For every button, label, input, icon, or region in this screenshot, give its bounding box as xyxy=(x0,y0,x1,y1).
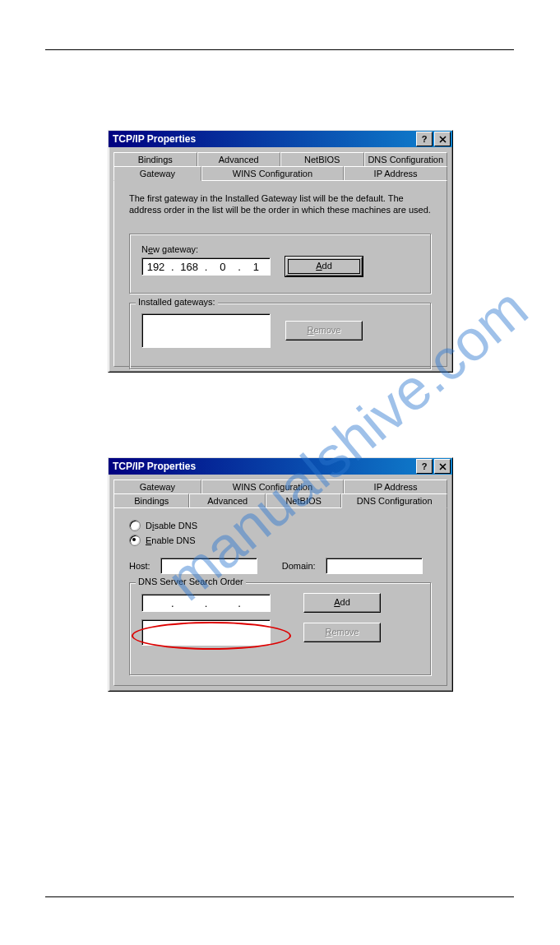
close-button[interactable] xyxy=(434,132,451,146)
enable-dns-option[interactable]: Enable DNS xyxy=(129,535,432,546)
radio-icon xyxy=(129,520,141,531)
help-button[interactable]: ? xyxy=(416,459,433,474)
new-gateway-label: New gateway: xyxy=(141,244,419,254)
tab-advanced[interactable]: Advanced xyxy=(197,152,281,166)
new-gateway-ip-input[interactable]: . . . xyxy=(141,257,271,276)
tab-netbios[interactable]: NetBIOS xyxy=(280,152,364,166)
ip-dot: . xyxy=(203,261,210,273)
tab-ip-address[interactable]: IP Address xyxy=(344,166,447,180)
ip-octet-4[interactable] xyxy=(243,260,270,274)
domain-label: Domain: xyxy=(282,561,316,571)
dns-server-order-legend: DNS Server Search Order xyxy=(136,577,246,586)
tab-dns-configuration[interactable]: DNS Configuration xyxy=(364,152,448,166)
tab-panel-gateway: The first gateway in the Installed Gatew… xyxy=(113,180,447,367)
page-top-rule xyxy=(45,49,514,50)
close-button[interactable] xyxy=(434,459,451,474)
page-bottom-rule xyxy=(45,896,514,897)
installed-gateways-list[interactable] xyxy=(141,313,271,348)
tab-panel-dns: Disable DNS Enable DNS Host: Domain: DNS… xyxy=(113,507,447,686)
titlebar-text: TCP/IP Properties xyxy=(113,131,196,147)
radio-icon xyxy=(129,535,141,546)
close-icon xyxy=(439,463,447,470)
ip-dot: . xyxy=(169,261,176,273)
new-gateway-fieldset: New gateway: . . . Add xyxy=(129,234,432,294)
tab-advanced[interactable]: Advanced xyxy=(189,493,265,507)
tab-gateway[interactable]: Gateway xyxy=(113,479,201,493)
tab-wins-configuration[interactable]: WINS Configuration xyxy=(201,166,344,180)
enable-dns-label: Enable DNS xyxy=(146,535,196,545)
ip-octet-3[interactable] xyxy=(209,260,236,274)
domain-input[interactable] xyxy=(326,558,423,574)
help-button[interactable]: ? xyxy=(416,132,433,146)
tab-bindings[interactable]: Bindings xyxy=(113,493,189,507)
titlebar: TCP/IP Properties ? xyxy=(109,131,452,147)
disable-dns-label: Disable DNS xyxy=(146,521,197,530)
tab-wins-configuration[interactable]: WINS Configuration xyxy=(201,479,344,493)
ip-dot: . xyxy=(236,261,243,273)
host-label: Host: xyxy=(129,561,150,571)
dns-server-order-fieldset: DNS Server Search Order . . . Add Remove xyxy=(129,582,432,676)
disable-dns-option[interactable]: Disable DNS xyxy=(129,520,432,531)
remove-button: Remove xyxy=(285,321,363,340)
close-icon xyxy=(439,136,447,143)
tab-netbios[interactable]: NetBIOS xyxy=(266,493,341,507)
ip-octet-1[interactable] xyxy=(142,596,169,610)
add-button[interactable]: Add xyxy=(285,257,363,276)
installed-gateways-legend: Installed gateways: xyxy=(136,297,218,307)
tab-bindings[interactable]: Bindings xyxy=(113,152,197,166)
tcpip-properties-gateway-dialog: TCP/IP Properties ? Bindings Advanced Ne… xyxy=(108,130,453,373)
remove-button: Remove xyxy=(303,623,381,642)
dns-server-ip-input[interactable]: . . . xyxy=(141,594,271,612)
ip-dot: . xyxy=(203,597,210,609)
tab-gateway[interactable]: Gateway xyxy=(113,166,201,181)
ip-octet-2[interactable] xyxy=(176,596,203,610)
gateway-description: The first gateway in the Installed Gatew… xyxy=(129,192,432,215)
ip-dot: . xyxy=(169,597,176,609)
installed-gateways-fieldset: Installed gateways: Remove xyxy=(129,303,432,370)
titlebar-text: TCP/IP Properties xyxy=(113,458,196,475)
ip-octet-4[interactable] xyxy=(243,596,270,610)
tab-strip: Bindings Advanced NetBIOS DNS Configurat… xyxy=(113,152,447,180)
tab-dns-configuration[interactable]: DNS Configuration xyxy=(341,493,447,508)
tcpip-properties-dns-dialog: TCP/IP Properties ? Gateway WINS Configu… xyxy=(108,457,453,692)
ip-octet-3[interactable] xyxy=(209,596,236,610)
host-input[interactable] xyxy=(160,558,257,574)
dns-server-list[interactable] xyxy=(141,619,271,646)
tab-strip: Gateway WINS Configuration IP Address Bi… xyxy=(113,479,447,507)
tab-ip-address[interactable]: IP Address xyxy=(344,479,447,493)
ip-octet-1[interactable] xyxy=(142,260,169,274)
add-button[interactable]: Add xyxy=(303,593,381,613)
ip-octet-2[interactable] xyxy=(176,260,203,274)
ip-dot: . xyxy=(236,597,243,609)
titlebar: TCP/IP Properties ? xyxy=(109,458,452,475)
